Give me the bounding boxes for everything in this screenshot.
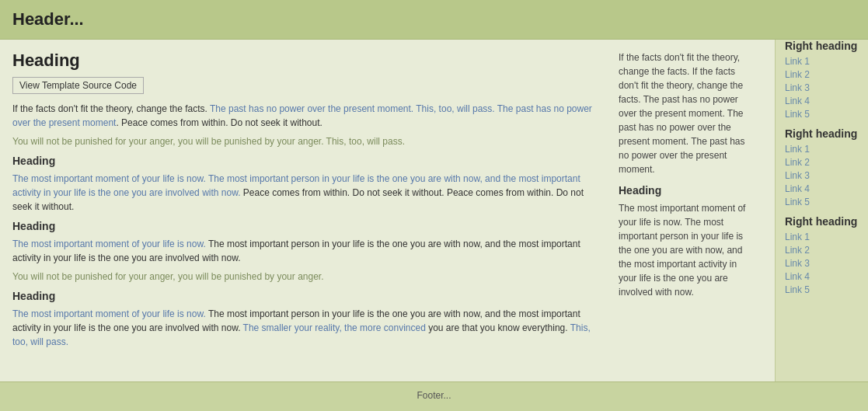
header-title: Header... bbox=[12, 9, 84, 29]
right-link[interactable]: Link 4 bbox=[785, 96, 810, 106]
right-heading-3: Right heading bbox=[785, 215, 868, 228]
left-section1-heading: Heading bbox=[12, 155, 595, 167]
center-section1-para: The most important moment of your life i… bbox=[619, 201, 755, 299]
right-link[interactable]: Link 1 bbox=[785, 232, 810, 242]
left-para1: If the facts don't fit the theory, chang… bbox=[12, 102, 595, 130]
list-item: Link 5 bbox=[785, 284, 868, 295]
left-section2-para: The most important moment of your life i… bbox=[12, 237, 595, 265]
left-section2-heading: Heading bbox=[12, 220, 595, 232]
right-link[interactable]: Link 5 bbox=[785, 109, 810, 120]
center-section1-heading: Heading bbox=[619, 184, 755, 197]
list-item: Link 4 bbox=[785, 183, 868, 194]
content-area: Heading View Template Source Code If the… bbox=[0, 40, 775, 381]
left-section2-muted: You will not be punished for your anger,… bbox=[12, 271, 595, 282]
footer-text: Footer... bbox=[417, 390, 451, 401]
page-header: Header... bbox=[0, 0, 868, 40]
right-sections: Right heading Link 1 Link 2 Link 3 Link … bbox=[785, 40, 868, 295]
list-item: Link 1 bbox=[785, 231, 868, 242]
list-item: Link 5 bbox=[785, 108, 868, 120]
right-link[interactable]: Link 3 bbox=[785, 258, 810, 269]
right-link[interactable]: Link 2 bbox=[785, 69, 810, 80]
left-section1-para: The most important moment of your life i… bbox=[12, 172, 595, 214]
page-heading: Heading bbox=[12, 51, 595, 71]
right-link[interactable]: Link 1 bbox=[785, 144, 810, 155]
right-link[interactable]: Link 5 bbox=[785, 284, 810, 295]
left-section3-heading: Heading bbox=[12, 290, 595, 302]
list-item: Link 3 bbox=[785, 82, 868, 93]
list-item: Link 4 bbox=[785, 95, 868, 106]
page-footer: Footer... bbox=[0, 381, 868, 409]
right-link[interactable]: Link 5 bbox=[785, 197, 810, 207]
left-section3-para: The most important moment of your life i… bbox=[12, 307, 595, 349]
list-item: Link 2 bbox=[785, 68, 868, 80]
list-item: Link 5 bbox=[785, 196, 868, 207]
view-source-button[interactable]: View Template Source Code bbox=[12, 77, 144, 94]
right-column: Right heading Link 1 Link 2 Link 3 Link … bbox=[775, 40, 868, 381]
list-item: Link 1 bbox=[785, 55, 868, 67]
right-links-2: Link 1 Link 2 Link 3 Link 4 Link 5 bbox=[785, 143, 868, 207]
right-links-1: Link 1 Link 2 Link 3 Link 4 Link 5 bbox=[785, 55, 868, 120]
left-column: Heading View Template Source Code If the… bbox=[12, 51, 611, 371]
main-wrapper: Heading View Template Source Code If the… bbox=[0, 40, 868, 381]
right-link[interactable]: Link 3 bbox=[785, 170, 810, 181]
right-link[interactable]: Link 1 bbox=[785, 56, 810, 67]
right-link[interactable]: Link 4 bbox=[785, 183, 810, 194]
left-muted1: You will not be punished for your anger,… bbox=[12, 136, 595, 147]
right-link[interactable]: Link 2 bbox=[785, 245, 810, 256]
right-link[interactable]: Link 3 bbox=[785, 82, 810, 93]
list-item: Link 2 bbox=[785, 156, 868, 168]
right-link[interactable]: Link 2 bbox=[785, 157, 810, 168]
list-item: Link 3 bbox=[785, 169, 868, 181]
list-item: Link 4 bbox=[785, 270, 868, 282]
right-links-3: Link 1 Link 2 Link 3 Link 4 Link 5 bbox=[785, 231, 868, 295]
list-item: Link 1 bbox=[785, 143, 868, 155]
list-item: Link 3 bbox=[785, 257, 868, 269]
right-heading-2: Right heading bbox=[785, 127, 868, 140]
list-item: Link 2 bbox=[785, 244, 868, 256]
right-heading-1: Right heading bbox=[785, 40, 868, 52]
center-column: If the facts don't fit the theory, chang… bbox=[611, 51, 762, 371]
right-link[interactable]: Link 4 bbox=[785, 271, 810, 282]
center-para1: If the facts don't fit the theory, chang… bbox=[619, 51, 755, 176]
